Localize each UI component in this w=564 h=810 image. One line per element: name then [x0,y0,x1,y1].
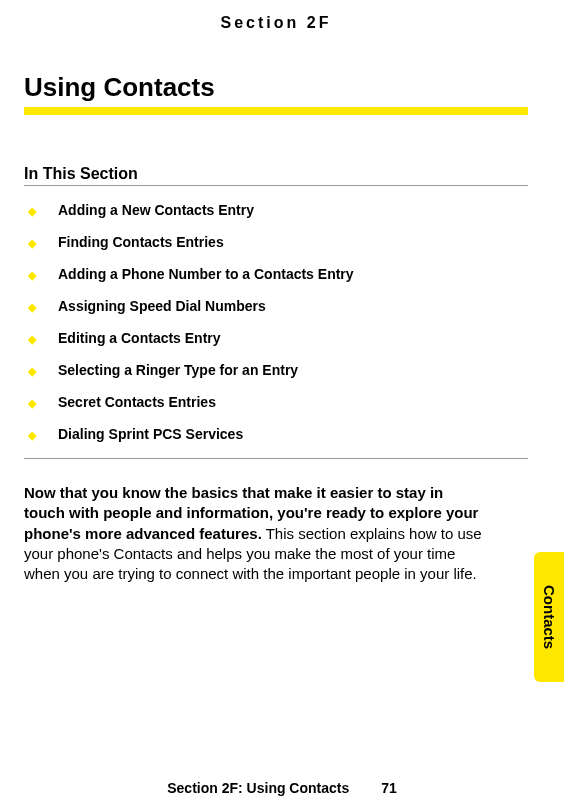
toc-item: ◆ Secret Contacts Entries [24,394,528,412]
toc-item-label: Finding Contacts Entries [58,234,224,250]
side-tab-label: Contacts [541,585,558,649]
toc-item-label: Adding a New Contacts Entry [58,202,254,218]
toc-item: ◆ Finding Contacts Entries [24,234,528,252]
diamond-icon: ◆ [28,394,36,412]
title-underline [24,107,528,115]
section-toc-list: ◆ Adding a New Contacts Entry ◆ Finding … [24,202,528,444]
page-number: 71 [381,780,397,796]
diamond-icon: ◆ [28,266,36,284]
toc-item: ◆ Dialing Sprint PCS Services [24,426,528,444]
diamond-icon: ◆ [28,330,36,348]
diamond-icon: ◆ [28,202,36,220]
diamond-icon: ◆ [28,362,36,380]
diamond-icon: ◆ [28,298,36,316]
toc-item-label: Adding a Phone Number to a Contacts Entr… [58,266,354,282]
toc-item-label: Selecting a Ringer Type for an Entry [58,362,298,378]
toc-item-label: Editing a Contacts Entry [58,330,221,346]
section-label: Section 2F [24,14,528,32]
toc-item: ◆ Selecting a Ringer Type for an Entry [24,362,528,380]
manual-page: Section 2F Using Contacts In This Sectio… [0,0,564,810]
page-footer: Section 2F: Using Contacts 71 [0,780,564,796]
intro-paragraph: Now that you know the basics that make i… [24,483,484,584]
divider [24,185,528,186]
chapter-title: Using Contacts [24,72,528,103]
side-tab: Contacts [534,552,564,682]
toc-item-label: Secret Contacts Entries [58,394,216,410]
diamond-icon: ◆ [28,234,36,252]
in-this-section-heading: In This Section [24,165,528,183]
toc-item: ◆ Adding a Phone Number to a Contacts En… [24,266,528,284]
diamond-icon: ◆ [28,426,36,444]
footer-title: Section 2F: Using Contacts [167,780,349,796]
divider [24,458,528,459]
toc-item-label: Dialing Sprint PCS Services [58,426,243,442]
toc-item: ◆ Adding a New Contacts Entry [24,202,528,220]
toc-item: ◆ Assigning Speed Dial Numbers [24,298,528,316]
toc-item: ◆ Editing a Contacts Entry [24,330,528,348]
toc-item-label: Assigning Speed Dial Numbers [58,298,266,314]
